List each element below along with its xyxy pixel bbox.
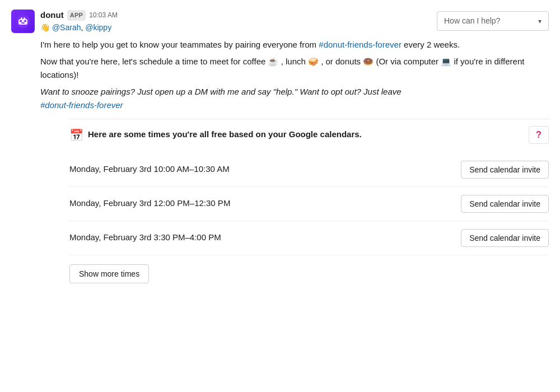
- donut-friends-link-1[interactable]: #donut-friends-forever: [319, 40, 402, 49]
- svg-rect-4: [21, 22, 25, 24]
- time-slot-row: Monday, February 3rd 10:00 AM–10:30 AM S…: [69, 153, 549, 187]
- time-label-3: Monday, February 3rd 3:30 PM–4:00 PM: [69, 231, 221, 244]
- svg-rect-3: [24, 20, 26, 22]
- chevron-down-icon: ▾: [538, 16, 542, 26]
- send-invite-button-2[interactable]: Send calendar invite: [461, 195, 549, 213]
- snooze-paragraph: Want to snooze pairings? Just open up a …: [40, 85, 549, 112]
- intro-text-1: I'm here to help you get to know your te…: [40, 40, 316, 49]
- sender-name: donut: [40, 9, 64, 22]
- app-badge: APP: [67, 10, 86, 21]
- mention-sarah[interactable]: @Sarah: [52, 23, 81, 32]
- time-slot-row: Monday, February 3rd 3:30 PM–4:00 PM Sen…: [69, 221, 549, 255]
- message-container: donut APP 10:03 AM 👋 @Sarah, @kippy How …: [0, 0, 560, 283]
- calendar-help-button[interactable]: ?: [529, 126, 549, 144]
- mention-row: 👋 @Sarah, @kippy: [40, 22, 118, 34]
- calendar-header: 📅 Here are some times you're all free ba…: [69, 126, 549, 144]
- sender-info: donut APP 10:03 AM 👋 @Sarah, @kippy: [40, 9, 118, 34]
- time-label-1: Monday, February 3rd 10:00 AM–10:30 AM: [69, 163, 230, 176]
- time-slot-row: Monday, February 3rd 12:00 PM–12:30 PM S…: [69, 187, 549, 221]
- intro-paragraph: I'm here to help you get to know your te…: [40, 38, 549, 52]
- donut-friends-link-2[interactable]: #donut-friends-forever: [40, 100, 123, 110]
- calendar-header-text: Here are some times you're all free base…: [88, 128, 362, 141]
- time-slots: Monday, February 3rd 10:00 AM–10:30 AM S…: [69, 153, 549, 255]
- mention-kippy[interactable]: @kippy: [85, 23, 111, 32]
- svg-rect-5: [21, 17, 22, 20]
- message-body: I'm here to help you get to know your te…: [11, 38, 549, 283]
- svg-rect-1: [18, 19, 27, 25]
- message-header: donut APP 10:03 AM 👋 @Sarah, @kippy How …: [11, 9, 549, 34]
- calendar-header-left: 📅 Here are some times you're all free ba…: [69, 127, 362, 143]
- calendar-section: 📅 Here are some times you're all free ba…: [40, 126, 549, 283]
- svg-rect-6: [24, 17, 25, 20]
- schedule-paragraph: Now that you're here, let's schedule a t…: [40, 55, 549, 82]
- snooze-text: Want to snooze pairings? Just open up a …: [40, 87, 402, 96]
- show-more-times-button[interactable]: Show more times: [69, 264, 149, 283]
- help-dropdown-label: How can I help?: [444, 15, 500, 27]
- svg-rect-2: [20, 20, 22, 22]
- section-divider: [69, 119, 549, 119]
- send-invite-button-1[interactable]: Send calendar invite: [461, 161, 549, 179]
- send-invite-button-3[interactable]: Send calendar invite: [461, 229, 549, 247]
- avatar: [11, 10, 35, 33]
- intro-text-2: every 2 weeks.: [404, 40, 460, 49]
- calendar-icon: 📅: [69, 127, 83, 143]
- help-dropdown[interactable]: How can I help? ▾: [437, 11, 549, 31]
- timestamp: 10:03 AM: [89, 10, 118, 20]
- sender-row: donut APP 10:03 AM: [40, 9, 118, 22]
- header-left: donut APP 10:03 AM 👋 @Sarah, @kippy: [11, 9, 118, 34]
- wave-emoji: 👋: [40, 23, 50, 32]
- time-label-2: Monday, February 3rd 12:00 PM–12:30 PM: [69, 197, 230, 210]
